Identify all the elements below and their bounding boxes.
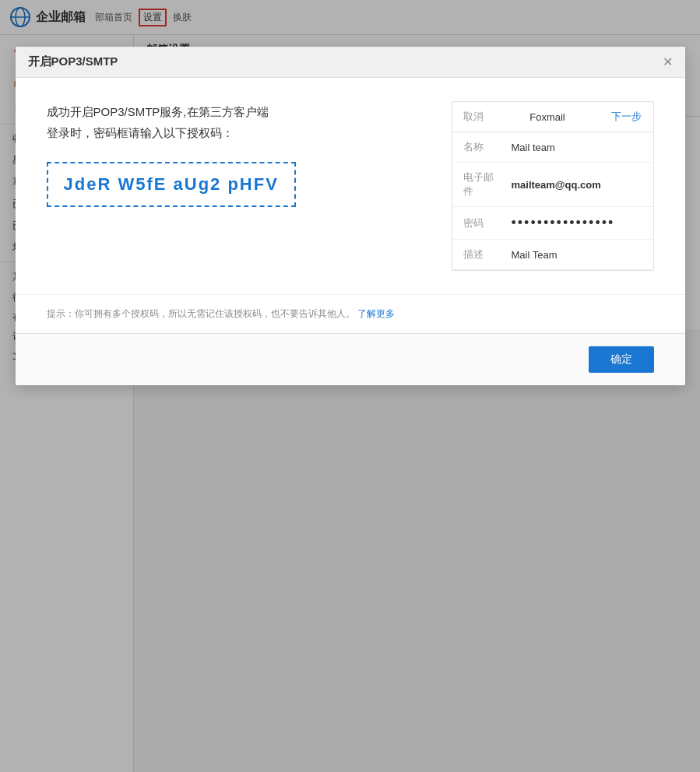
dialog-left: 成功开启POP3/SMTP服务,在第三方客户端登录时，密码框请输入以下授权码： … [47,101,420,271]
auth-code-text: JdeR W5fE aUg2 pHFV [64,174,279,194]
foxmail-title-label: Foxmail [529,111,565,123]
dialog-close-button[interactable]: ✕ [663,54,673,69]
tip-text: 提示：你可拥有多个授权码，所以无需记住该授权码，也不要告诉其他人。 [47,308,355,319]
auth-code-box: JdeR W5fE aUg2 pHFV [47,162,296,207]
dialog-footer: 确定 [16,333,685,385]
foxmail-name-value: Mail team [512,142,555,153]
foxmail-row-desc: 描述 Mail Team [452,240,653,270]
dialog-titlebar: 开启POP3/SMTP ✕ [16,47,685,78]
dialog-box: 开启POP3/SMTP ✕ 成功开启POP3/SMTP服务,在第三方客户端登录时… [16,47,685,385]
foxmail-password-value: •••••••••••••••• [512,215,615,231]
foxmail-next-button[interactable]: 下一步 [611,110,642,124]
dialog-title: 开启POP3/SMTP [28,54,118,69]
dialog-tip: 提示：你可拥有多个授权码，所以无需记住该授权码，也不要告诉其他人。 了解更多 [16,294,685,333]
dialog-overlay: 开启POP3/SMTP ✕ 成功开启POP3/SMTP服务,在第三方客户端登录时… [0,0,700,772]
foxmail-email-value: mailteam@qq.com [512,179,601,191]
confirm-button[interactable]: 确定 [589,346,654,373]
foxmail-password-label: 密码 [463,216,502,230]
foxmail-cancel-button[interactable]: 取消 [463,110,484,124]
foxmail-panel: 取消 Foxmail 下一步 名称 Mail team 电子邮件 mailtea… [452,101,654,271]
dialog-body: 成功开启POP3/SMTP服务,在第三方客户端登录时，密码框请输入以下授权码： … [16,78,685,294]
foxmail-row-password: 密码 •••••••••••••••• [452,207,653,240]
foxmail-header: 取消 Foxmail 下一步 [452,102,653,132]
foxmail-row-name: 名称 Mail team [452,132,653,163]
dialog-description: 成功开启POP3/SMTP服务,在第三方客户端登录时，密码框请输入以下授权码： [47,101,420,143]
foxmail-desc-label: 描述 [463,247,502,261]
foxmail-desc-value: Mail Team [512,249,558,261]
foxmail-email-label: 电子邮件 [463,170,502,198]
foxmail-row-email: 电子邮件 mailteam@qq.com [452,163,653,207]
tip-link[interactable]: 了解更多 [357,308,395,319]
foxmail-name-label: 名称 [463,140,502,154]
